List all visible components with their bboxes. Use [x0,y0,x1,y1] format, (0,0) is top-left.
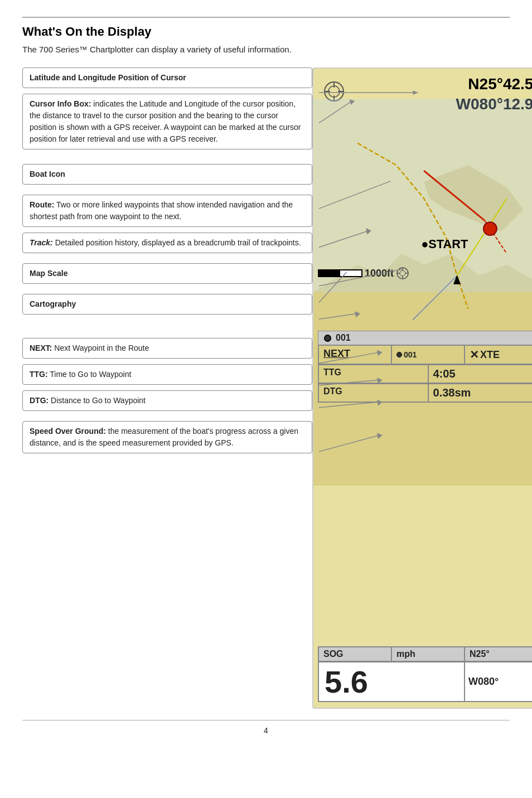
boat-icon-label: Boat Icon [30,170,65,178]
next-label: NEXT: [30,344,52,352]
sog-unit-cell: mph [391,647,465,661]
data-dot [324,335,331,342]
xte-x: ✕ [470,348,479,361]
next-dot [396,352,402,357]
dtg-label: DTG: [30,396,49,405]
svg-line-23 [319,101,352,123]
coord-n: N25°42.58 [456,74,532,94]
ttg-label: TTG: [30,370,48,379]
svg-marker-39 [377,433,383,439]
svg-marker-24 [349,99,355,105]
page-number: 4 [22,724,510,737]
lat-lon-box: Latitude and Longitude Position of Curso… [22,67,312,88]
svg-marker-9 [454,275,461,284]
cursor-info-box: Cursor Info Box: indicates the Latitude … [22,94,312,149]
dtg-val-cell: 0.38sm [428,384,533,402]
ttg-val-cell: 4:05 [428,365,533,383]
content-area: Latitude and Longitude Position of Curso… [22,67,510,709]
svg-line-36 [319,402,380,408]
next-cell: NEXT [318,345,391,364]
svg-line-30 [319,313,357,319]
route-box: Route: Two or more linked waypoints that… [22,195,312,227]
svg-line-38 [319,435,380,452]
cartography-label: Cartography [30,299,76,308]
sog-dir-cell: N25° [465,647,532,661]
ttg-box: TTG: Time to Go to Waypoint [22,364,312,385]
chart-coords: N25°42.58 W080°12.98 [456,74,532,115]
ttg-cell: TTG [318,365,428,383]
sog-label: Speed Over Ground: [30,427,106,436]
compass-small-icon [396,267,409,280]
dtg-box: DTG: Distance to Go to Waypoint [22,390,312,411]
sog-big-num: 5.6 [318,662,465,702]
coord-w: W080°12.98 [456,94,532,114]
sog-header-cell: SOG [318,647,391,661]
sog-header: SOG mph N25° [318,646,532,662]
sog-dir2-cell: W080° [465,662,532,702]
sog-values: 5.6 W080° [318,662,532,702]
chart-map-svg: ●START [313,69,532,516]
sog-section: SOG mph N25° 5.6 [318,646,532,702]
chart-display: N25°42.58 W080°12.98 [312,67,532,709]
svg-marker-26 [366,228,371,235]
data-header-row: 001 [318,331,532,345]
top-border [22,17,510,18]
svg-line-11 [485,220,507,253]
route-label: Route: [30,200,54,209]
svg-point-16 [400,270,405,276]
data-section: 001 NEXT 001 ✕ XTE [318,331,532,403]
svg-text:●START: ●START [421,237,468,251]
compass-icon [323,81,345,102]
data-header-val: 001 [336,333,351,343]
lat-lon-label: Latitude and Longitude Position of Curso… [30,73,186,82]
ttg-body: Time to Go to Waypoint [50,370,131,379]
map-scale-box: Map Scale [22,263,312,284]
dtg-cell: DTG [318,384,428,402]
svg-marker-22 [413,90,418,95]
page-container: What's On the Display The 700 Series™ Ch… [0,0,532,748]
track-label: Track: [30,238,53,247]
map-scale-label: Map Scale [30,269,67,278]
xte-cell: ✕ XTE [465,345,532,364]
svg-line-10 [424,171,485,220]
svg-line-27 [319,181,391,209]
next-box: NEXT: Next Waypoint in the Route [22,338,312,359]
data-grid-row2: TTG 4:05 [318,365,532,384]
boat-icon-box: Boat Icon [22,164,312,185]
svg-rect-8 [313,99,532,292]
cartography-box: Cartography [22,294,312,315]
cursor-info-label: Cursor Info Box: [30,99,91,108]
next-val-cell: 001 [391,345,465,364]
track-box: Track: Detailed position history, displa… [22,233,312,253]
svg-line-12 [457,199,507,276]
bottom-border [22,720,510,720]
track-body: Detailed position history, displayed as … [55,238,301,247]
svg-marker-7 [424,165,523,231]
scale-bar [318,269,362,277]
dtg-body: Distance to Go to Waypoint [51,396,146,405]
right-column: N25°42.58 W080°12.98 [312,67,532,709]
data-grid-row1: NEXT 001 ✕ XTE [318,345,532,365]
scale-text: 1000ft [365,268,394,279]
page-title: What's On the Display [22,25,510,39]
scale-area: 1000ft [318,267,409,280]
data-grid-row3: DTG 0.38sm [318,384,532,403]
left-column: Latitude and Longitude Position of Curso… [22,67,312,709]
page-subtitle: The 700 Series™ Chartplotter can display… [22,45,510,54]
route-body: Two or more linked waypoints that show i… [30,200,293,221]
sog-box: Speed Over Ground: the measurement of th… [22,421,312,453]
next-body: Next Waypoint in the Route [54,344,149,352]
svg-line-25 [319,231,369,248]
svg-point-13 [483,222,497,235]
svg-marker-31 [355,311,360,317]
